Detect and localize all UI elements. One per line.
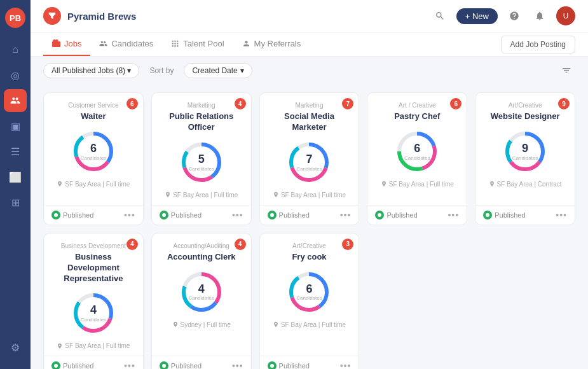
sidebar-item-list[interactable]: ☰ bbox=[4, 140, 27, 163]
card-donut-wrapper: 6 Candidates bbox=[375, 129, 459, 174]
cards-grid-top: 6 Customer Service Waiter 6 Candidates S… bbox=[43, 92, 575, 225]
card-donut-wrapper: 6 Candidates bbox=[51, 129, 135, 174]
sidebar-item-home[interactable]: ⌂ bbox=[4, 38, 27, 61]
job-card[interactable]: 4 Business Development Business Developm… bbox=[43, 233, 144, 369]
more-button[interactable]: ••• bbox=[124, 361, 135, 369]
card-footer: Published ••• bbox=[152, 356, 251, 369]
more-button[interactable]: ••• bbox=[556, 210, 567, 220]
card-title: Public Relations Officer bbox=[160, 111, 243, 133]
donut-text: Candidates bbox=[296, 165, 322, 171]
donut-label: 7 Candidates bbox=[296, 153, 322, 171]
sort-value: Created Date bbox=[192, 66, 237, 75]
card-location: SF Bay Area | Contract bbox=[483, 181, 567, 188]
card-title: Business Development Representative bbox=[51, 252, 135, 284]
help-icon[interactable] bbox=[505, 7, 523, 25]
more-button[interactable]: ••• bbox=[232, 361, 243, 369]
status-dot bbox=[375, 211, 384, 219]
donut-chart: 4 Candidates bbox=[71, 290, 116, 336]
job-card[interactable]: 4 Marketing Public Relations Officer 5 C… bbox=[151, 92, 252, 225]
job-card[interactable]: 6 Customer Service Waiter 6 Candidates S… bbox=[43, 92, 144, 225]
card-category: Customer Service bbox=[51, 102, 135, 109]
sidebar-item-settings[interactable]: ⚙ bbox=[4, 336, 27, 359]
job-card[interactable]: 9 Art/Creative Website Designer 9 Candid… bbox=[475, 92, 575, 225]
sidebar-item-chart[interactable]: ⊞ bbox=[4, 191, 27, 214]
donut-chart: 6 Candidates bbox=[71, 129, 116, 174]
status-label: Published bbox=[171, 211, 202, 219]
donut-label: 4 Candidates bbox=[188, 282, 214, 301]
donut-text: Candidates bbox=[404, 155, 430, 160]
donut-number: 6 bbox=[296, 282, 322, 295]
card-location: Sydney | Full time bbox=[160, 321, 243, 328]
card-status: Published bbox=[483, 211, 525, 219]
card-category: Accounting/Auditing bbox=[160, 242, 243, 249]
donut-number: 9 bbox=[512, 142, 538, 155]
sidebar-item-chat[interactable]: ▣ bbox=[4, 115, 27, 137]
tab-my-referrals[interactable]: My Referrals bbox=[233, 32, 310, 56]
more-button[interactable]: ••• bbox=[340, 210, 352, 220]
sidebar-item-people[interactable] bbox=[4, 89, 27, 112]
card-status: Published bbox=[160, 211, 202, 219]
more-button[interactable]: ••• bbox=[340, 361, 352, 369]
location-text: SF Bay Area | Full time bbox=[281, 321, 346, 328]
donut-text: Candidates bbox=[296, 295, 322, 301]
sort-button[interactable]: Created Date ▾ bbox=[184, 63, 252, 78]
card-footer: Published ••• bbox=[152, 205, 251, 225]
card-category: Art/Creative bbox=[483, 102, 567, 109]
card-content: Customer Service Waiter 6 Candidates SF … bbox=[44, 93, 143, 205]
card-donut-wrapper: 7 Candidates bbox=[268, 139, 352, 185]
card-title: Accounting Clerk bbox=[160, 252, 243, 263]
card-content: Art/Creative Fry cook 6 Candidates SF Ba… bbox=[260, 233, 359, 356]
donut-number: 4 bbox=[188, 282, 214, 295]
more-button[interactable]: ••• bbox=[232, 210, 243, 220]
card-status: Published bbox=[160, 361, 202, 369]
status-label: Published bbox=[171, 362, 202, 369]
card-donut-wrapper: 4 Candidates bbox=[51, 290, 135, 336]
location-text: SF Bay Area | Full time bbox=[281, 191, 346, 198]
search-icon[interactable] bbox=[431, 7, 449, 25]
donut-text: Candidates bbox=[81, 155, 106, 160]
filter-button[interactable]: All Published Jobs (8) ▾ bbox=[43, 63, 139, 78]
header-logo bbox=[43, 7, 61, 25]
donut-label: 6 Candidates bbox=[296, 282, 322, 301]
new-button[interactable]: + New bbox=[456, 8, 498, 24]
main-content: Pyramid Brews + New U Jobs Candidates bbox=[31, 0, 588, 369]
card-footer: Published ••• bbox=[44, 205, 143, 225]
card-status: Published bbox=[268, 361, 310, 369]
card-category: Marketing bbox=[160, 102, 243, 109]
tab-talent-pool[interactable]: Talent Pool bbox=[162, 32, 233, 56]
job-card[interactable]: 6 Art / Creative Pastry Chef 6 Candidate… bbox=[367, 92, 467, 225]
status-label: Published bbox=[279, 362, 310, 369]
donut-chart: 6 Candidates bbox=[286, 269, 332, 315]
sidebar-item-globe[interactable]: ◎ bbox=[4, 64, 27, 87]
card-status: Published bbox=[51, 361, 93, 369]
card-title: Waiter bbox=[51, 111, 135, 122]
card-status: Published bbox=[375, 211, 417, 219]
job-card[interactable]: 3 Art/Creative Fry cook 6 Candidates SF … bbox=[259, 233, 360, 369]
tab-jobs[interactable]: Jobs bbox=[43, 32, 90, 56]
location-text: SF Bay Area | Full time bbox=[65, 181, 130, 188]
card-content: Marketing Public Relations Officer 5 Can… bbox=[152, 93, 251, 205]
avatar[interactable]: U bbox=[556, 6, 575, 25]
toolbar-right bbox=[557, 62, 575, 80]
tab-candidates[interactable]: Candidates bbox=[90, 32, 162, 56]
sidebar-item-doc[interactable]: ⬜ bbox=[4, 165, 27, 188]
filter-icon[interactable] bbox=[557, 62, 575, 80]
add-job-button[interactable]: Add Job Posting bbox=[501, 36, 575, 53]
card-category: Marketing bbox=[268, 102, 352, 109]
card-location: SF Bay Area | Full time bbox=[268, 321, 352, 328]
status-label: Published bbox=[279, 211, 310, 219]
more-button[interactable]: ••• bbox=[448, 210, 459, 220]
donut-number: 5 bbox=[188, 153, 214, 165]
header: Pyramid Brews + New U bbox=[31, 0, 588, 32]
job-card[interactable]: 7 Marketing Social Media Marketer 7 Cand… bbox=[259, 92, 360, 225]
card-donut-wrapper: 4 Candidates bbox=[160, 269, 243, 315]
tab-candidates-label: Candidates bbox=[111, 39, 153, 48]
card-location: SF Bay Area | Full time bbox=[51, 181, 135, 188]
tab-talent-pool-label: Talent Pool bbox=[183, 39, 224, 48]
more-button[interactable]: ••• bbox=[124, 210, 135, 220]
notification-icon[interactable] bbox=[531, 7, 549, 25]
donut-chart: 6 Candidates bbox=[394, 129, 440, 174]
donut-label: 6 Candidates bbox=[404, 142, 430, 160]
card-status: Published bbox=[268, 211, 310, 219]
job-card[interactable]: 4 Accounting/Auditing Accounting Clerk 4… bbox=[151, 233, 252, 369]
